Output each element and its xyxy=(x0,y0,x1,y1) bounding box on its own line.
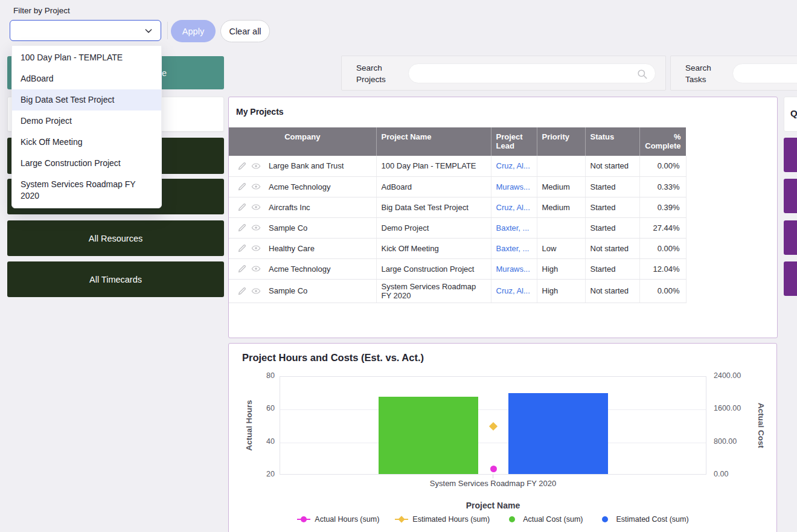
y-axis-left-label: Actual Hours xyxy=(245,393,254,459)
table-row: Large Bank and Trust100 Day Plan - TEMPL… xyxy=(229,156,686,176)
project-lead-link[interactable]: Muraws... xyxy=(496,182,530,191)
column-header-project-name[interactable]: Project Name xyxy=(376,127,491,156)
clear-all-button[interactable]: Clear all xyxy=(220,20,270,42)
project-filter-select[interactable] xyxy=(10,20,161,41)
percent-complete-cell: 0.00% xyxy=(639,156,686,176)
project-filter-dropdown: 100 Day Plan - TEMPLATEAdBoardBig Data S… xyxy=(11,45,162,208)
legend-marker xyxy=(297,516,310,523)
company-cell: Healthy Care xyxy=(269,244,315,253)
project-lead-link[interactable]: Baxter, ... xyxy=(496,244,530,253)
priority-cell: Low xyxy=(537,238,585,258)
dropdown-option-100-day-plan-template[interactable]: 100 Day Plan - TEMPLATE xyxy=(12,47,161,68)
table-row: Acme TechnologyLarge Construction Projec… xyxy=(229,258,686,279)
dropdown-option-kick-off-meeting[interactable]: Kick Off Meeting xyxy=(12,132,161,153)
status-cell: Not started xyxy=(585,279,639,303)
eye-icon[interactable] xyxy=(251,202,261,212)
gridline xyxy=(280,409,706,410)
status-cell: Started xyxy=(585,197,639,217)
status-cell: Not started xyxy=(585,156,639,176)
quick-panel-button-4[interactable] xyxy=(784,261,797,296)
search-tasks-field xyxy=(732,63,797,83)
dropdown-option-big-data-set-test-project[interactable]: Big Data Set Test Project xyxy=(12,89,161,111)
left-axis-tick: 60 xyxy=(238,404,275,412)
company-cell: Sample Co xyxy=(269,223,307,232)
search-projects-input[interactable] xyxy=(409,64,618,83)
left-axis-tick: 80 xyxy=(238,371,275,380)
company-cell: Aircrafts Inc xyxy=(269,203,310,212)
my-projects-title: My Projects xyxy=(236,107,284,117)
project-name-cell: AdBoard xyxy=(376,176,491,197)
actual-cost-sum-bar xyxy=(379,397,478,474)
gridline xyxy=(280,443,706,443)
company-cell: Sample Co xyxy=(269,286,307,295)
project-name-cell: Large Construction Project xyxy=(376,258,491,279)
project-lead-link[interactable]: Muraws... xyxy=(496,264,530,274)
column-header-priority[interactable]: Priority xyxy=(537,127,585,156)
quick-panel-button-1[interactable] xyxy=(784,138,797,172)
pencil-icon[interactable] xyxy=(237,202,247,212)
eye-icon[interactable] xyxy=(251,264,261,274)
all-resources-label: All Resources xyxy=(89,234,142,243)
table-row: Healthy CareKick Off MeetingBaxter, ...L… xyxy=(229,238,686,258)
dashboard-page: { "filter": { "label": "Filter by Projec… xyxy=(0,0,797,532)
column-header-project-lead[interactable]: Project Lead xyxy=(491,127,537,156)
project-name-cell: Demo Project xyxy=(376,217,491,238)
quick-panel-button-3[interactable] xyxy=(784,220,797,255)
table-body: Large Bank and Trust100 Day Plan - TEMPL… xyxy=(229,156,686,303)
project-name-cell: Kick Off Meeting xyxy=(376,238,491,258)
pencil-icon[interactable] xyxy=(237,182,247,191)
pencil-icon[interactable] xyxy=(237,286,247,296)
percent-complete-cell: 0.00% xyxy=(639,279,686,303)
pencil-icon[interactable] xyxy=(237,264,247,274)
search-tasks-input[interactable] xyxy=(733,64,797,83)
legend-item-actual-hours-sum: Actual Hours (sum) xyxy=(297,515,379,524)
quick-panel-card[interactable]: Qu xyxy=(784,97,797,132)
status-cell: Started xyxy=(585,176,639,197)
eye-icon[interactable] xyxy=(251,161,261,171)
legend-item-estimated-hours-sum: Estimated Hours (sum) xyxy=(395,515,490,524)
search-projects-panel: Search Projects xyxy=(341,56,666,91)
project-lead-link[interactable]: Baxter, ... xyxy=(496,223,530,232)
legend-marker xyxy=(505,516,519,523)
search-tasks-panel: Search Tasks xyxy=(670,56,797,91)
legend-label: Estimated Hours (sum) xyxy=(412,515,490,524)
legend-marker xyxy=(598,516,612,523)
dropdown-option-large-construction-project[interactable]: Large Construction Project xyxy=(12,153,161,174)
chart-title: Project Hours and Costs (Est. vs. Act.) xyxy=(242,352,424,364)
column-header-status[interactable]: Status xyxy=(585,127,639,156)
quick-panel-button-2[interactable] xyxy=(784,179,797,213)
project-name-cell: Big Data Set Test Project xyxy=(376,197,491,217)
eye-icon[interactable] xyxy=(251,243,261,253)
percent-complete-cell: 0.33% xyxy=(639,176,686,197)
apply-button[interactable]: Apply xyxy=(171,20,216,42)
pencil-icon[interactable] xyxy=(237,223,247,232)
column-header-complete[interactable]: % Complete xyxy=(639,127,686,156)
eye-icon[interactable] xyxy=(251,286,261,296)
company-cell: Acme Technology xyxy=(269,264,330,274)
pencil-icon[interactable] xyxy=(237,161,247,171)
status-cell: Not started xyxy=(585,238,639,258)
eye-icon[interactable] xyxy=(251,182,261,191)
column-header-company[interactable]: Company xyxy=(229,127,376,156)
table-header-row: CompanyProject NameProject LeadPriorityS… xyxy=(229,127,686,156)
right-axis-tick: 0.00 xyxy=(714,470,762,478)
percent-complete-cell: 0.00% xyxy=(639,238,686,258)
legend-item-estimated-cost-sum: Estimated Cost (sum) xyxy=(598,515,688,524)
right-axis-tick: 2400.00 xyxy=(714,371,762,380)
all-timecards-label: All Timecards xyxy=(89,275,142,284)
project-lead-link[interactable]: Cruz, Al... xyxy=(496,161,530,170)
dropdown-option-system-services-roadmap-fy-2020[interactable]: System Services Roadmap FY 2020 xyxy=(12,174,161,207)
pencil-icon[interactable] xyxy=(237,243,247,253)
project-lead-link[interactable]: Cruz, Al... xyxy=(496,203,530,212)
priority-cell: Medium xyxy=(537,197,585,217)
dropdown-option-demo-project[interactable]: Demo Project xyxy=(12,111,161,132)
dropdown-option-adboard[interactable]: AdBoard xyxy=(12,68,161,89)
project-lead-link[interactable]: Cruz, Al... xyxy=(496,286,530,295)
all-resources-button[interactable]: All Resources xyxy=(7,220,224,256)
chart-legend: Actual Hours (sum)Estimated Hours (sum)A… xyxy=(267,515,719,524)
all-timecards-button[interactable]: All Timecards xyxy=(7,261,224,297)
legend-item-actual-cost-sum: Actual Cost (sum) xyxy=(505,515,583,524)
project-name-cell: 100 Day Plan - TEMPLATE xyxy=(376,156,491,176)
eye-icon[interactable] xyxy=(251,223,261,232)
estimated-cost-sum-bar xyxy=(508,393,608,474)
